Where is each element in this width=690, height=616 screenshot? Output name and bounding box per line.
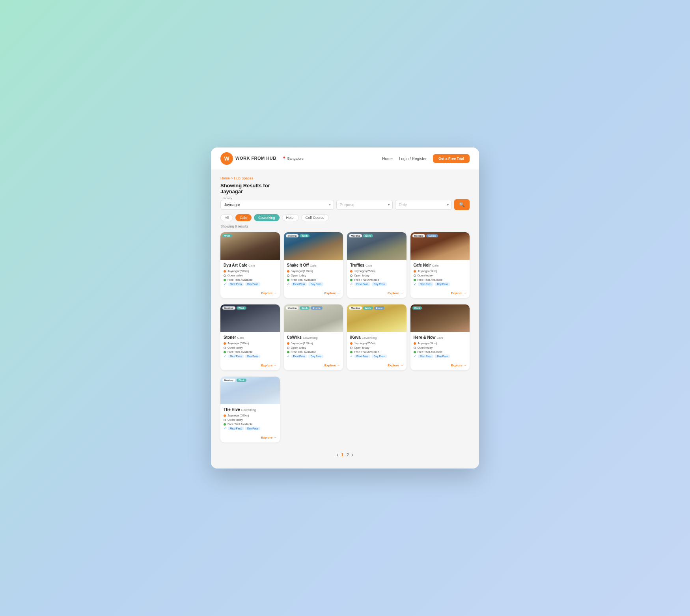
prev-page-button[interactable]: ‹ <box>336 452 338 457</box>
card-tags: Work <box>222 234 232 237</box>
card-name: Cafe Noir Cafe <box>414 263 467 267</box>
tag-work: Work <box>300 234 310 237</box>
search-button[interactable]: 🔍 <box>454 199 470 210</box>
card-image-shake: Meeting Work <box>284 232 343 260</box>
tag-meeting: Meeting <box>412 234 425 237</box>
day-pass: Day Pass <box>245 355 260 358</box>
trial-text: Free Trial Available <box>228 350 253 354</box>
tag-meeting: Meeting <box>349 234 362 237</box>
location-text: Jaynagar(1.5km) <box>291 342 313 345</box>
cards-grid-row1: Work Dyu Art Cafe Cafe Jaynagar(500m) Op… <box>220 232 470 298</box>
card-stoner: Meeting Work Stoner Cafe Jaynagar(500m) … <box>220 304 280 370</box>
card-info: Jaynagar(1.5km) Open today Free Trial Av… <box>287 269 340 286</box>
trial-dot <box>224 279 226 281</box>
card-image-cowrks: Meeting Work Events <box>284 304 343 332</box>
get-free-trial-button[interactable]: Get a Free Trial <box>433 154 470 163</box>
card-name: Dyu Art Cafe Cafe <box>224 263 277 267</box>
tag-event: Event <box>374 306 384 310</box>
tag-work: Work <box>237 379 246 382</box>
flexi-pass: Flexi Pass <box>291 282 307 286</box>
filter-tab-all[interactable]: All <box>220 214 233 221</box>
hours-row: Open today <box>224 274 277 277</box>
day-pass: Day Pass <box>435 355 450 358</box>
tag-meeting: Meeting <box>286 234 299 237</box>
search-input[interactable] <box>220 200 334 210</box>
flexi-pass: Flexi Pass <box>228 427 244 430</box>
filter-tab-hotel[interactable]: Hotel <box>282 214 299 221</box>
hours-text: Open today <box>291 346 306 349</box>
main-content: Home > Hub Spaces Showing Results for Ja… <box>211 170 479 469</box>
card-cowrks: Meeting Work Events CoWrks Coworking Jay… <box>284 304 343 370</box>
cards-grid-row2: Meeting Work Stoner Cafe Jaynagar(500m) … <box>220 304 470 370</box>
card-the-hive: Meeting Work The Hive Coworking Jaynagar… <box>220 377 280 442</box>
explore-link[interactable]: Explore → <box>261 364 277 367</box>
search-dropdown-arrow: ▼ <box>328 203 332 207</box>
explore-link[interactable]: Explore → <box>324 291 340 295</box>
trial-text: Free Trial Available <box>354 350 379 354</box>
explore-link[interactable]: Explore → <box>324 364 340 367</box>
card-type: Cafe <box>366 264 372 267</box>
page-1[interactable]: 1 <box>341 453 343 457</box>
results-count: Showing 9 results <box>220 224 470 228</box>
filter-tab-coworking[interactable]: Coworking <box>254 214 280 221</box>
explore-link[interactable]: Explore → <box>261 436 277 439</box>
card-shake-it-off: Meeting Work Shake It Off Cafe Jaynagar(… <box>284 232 343 298</box>
tag-work: Work <box>363 234 373 237</box>
hours-text: Open today <box>291 274 306 277</box>
breadcrumb-separator: > <box>231 176 233 180</box>
location-text: Jaynagar(1km) <box>418 342 437 345</box>
day-pass: Day Pass <box>245 282 260 286</box>
location-text: Jaynagar(250m) <box>354 269 376 273</box>
hours-text: Open today <box>354 274 369 277</box>
check-icon: ✓ <box>224 282 226 286</box>
card-cafe-noir: Meeting Events Cafe Noir Cafe Jaynagar(1… <box>410 232 470 298</box>
breadcrumb-home[interactable]: Home <box>220 176 230 180</box>
trial-text: Free Trial Available <box>418 350 443 354</box>
card-image-truffles: Meeting Work <box>347 232 407 260</box>
card-type: Coworking <box>303 336 318 340</box>
card-info: Jaynagar(500m) Open today Free Trial Ava… <box>224 269 277 286</box>
day-pass: Day Pass <box>245 427 260 430</box>
day-pass: Day Pass <box>372 282 387 286</box>
passes-row: ✓ Flexi Pass Day Pass <box>224 282 277 286</box>
login-register-link[interactable]: Login / Register <box>399 157 427 161</box>
explore-link[interactable]: Explore → <box>261 291 277 295</box>
card-truffles: Meeting Work Truffles Cafe Jaynagar(250m… <box>347 232 407 298</box>
tag-meeting: Meeting <box>286 306 299 310</box>
card-type: Cafe <box>310 264 317 267</box>
logo-text: WORK FROM HUB <box>235 156 276 161</box>
day-pass: Day Pass <box>308 355 323 358</box>
time-dot <box>224 274 226 277</box>
hours-text: Open today <box>418 274 433 277</box>
tag-meeting: Meeting <box>349 306 362 310</box>
explore-link[interactable]: Explore → <box>388 364 403 367</box>
filter-tab-golf[interactable]: Golf Course <box>301 214 329 221</box>
date-dropdown[interactable]: Date <box>395 200 452 210</box>
card-dyu-art-cafe: Work Dyu Art Cafe Cafe Jaynagar(500m) Op… <box>220 232 280 298</box>
explore-link[interactable]: Explore → <box>451 291 466 295</box>
card-name: Truffles Cafe <box>350 263 403 267</box>
day-pass: Day Pass <box>308 282 323 286</box>
next-page-button[interactable]: › <box>352 452 354 457</box>
location-badge: 📍 Bangalore <box>282 157 304 161</box>
page-2[interactable]: 2 <box>347 453 349 457</box>
home-link[interactable]: Home <box>382 157 393 161</box>
filter-tab-cafe[interactable]: Cafe <box>235 214 252 221</box>
card-name: iKeva Coworking <box>350 335 403 340</box>
search-bar: locality ▼ Purpose ▼ Date ▼ 🔍 <box>220 199 470 210</box>
card-image-ikeva: Meeting Work Event <box>347 304 407 332</box>
location-text: Bangalore <box>287 157 304 161</box>
card-name: Shake It Off Cafe <box>287 263 340 267</box>
location-text: Jaynagar(1.5km) <box>291 269 313 273</box>
date-dropdown-wrap: Date ▼ <box>395 200 452 210</box>
logo-icon: W <box>220 152 233 165</box>
location-row: Jaynagar(500m) <box>224 269 277 273</box>
purpose-dropdown[interactable]: Purpose <box>336 200 393 210</box>
explore-link[interactable]: Explore → <box>388 291 403 295</box>
card-tags: Meeting Work <box>286 234 310 237</box>
trial-text: Free Trial Available <box>291 278 316 282</box>
explore-link[interactable]: Explore → <box>451 364 466 367</box>
cards-grid-row3: Meeting Work The Hive Coworking Jaynagar… <box>220 377 470 442</box>
day-pass: Day Pass <box>372 355 387 358</box>
card-type: Coworking <box>362 336 377 340</box>
